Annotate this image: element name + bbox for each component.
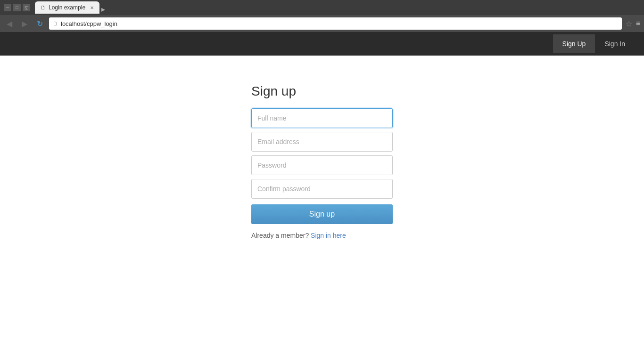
password-input[interactable] [251,155,393,175]
browser-titlebar: ─ □ ◱ 🗋 Login example ✕ ▸ [0,0,644,15]
browser-toolbar: ◀ ▶ ↻ 🗋 localhost/cppw_login ☆ ≡ [0,15,644,32]
email-input[interactable] [251,132,393,152]
address-url: localhost/cppw_login [61,20,117,27]
new-tab-button[interactable]: ▸ [101,5,105,14]
address-bar[interactable]: 🗋 localhost/cppw_login [49,17,622,30]
confirm-password-input[interactable] [251,179,393,199]
toolbar-right: ☆ ≡ [626,19,640,28]
already-member-label: Already a member? [251,232,309,239]
bookmark-button[interactable]: ☆ [626,19,632,28]
refresh-button[interactable]: ↻ [34,18,45,29]
window-controls: ─ □ ◱ [4,4,30,11]
back-button[interactable]: ◀ [4,18,15,29]
already-member-text: Already a member? Sign in here [251,232,393,239]
signup-button[interactable]: Sign up [251,204,393,224]
signin-nav-link[interactable]: Sign In [595,34,635,53]
signup-form: Sign up Sign up Already a member? Sign i… [251,84,393,239]
tab-page-icon: 🗋 [41,5,46,10]
forward-button[interactable]: ▶ [19,18,30,29]
window-resize-button[interactable]: ◱ [23,4,30,11]
active-tab[interactable]: 🗋 Login example ✕ [35,1,99,14]
app-navbar: Sign Up Sign In [0,32,644,56]
tab-label: Login example [49,4,85,11]
window-maximize-button[interactable]: □ [13,4,21,11]
signin-here-link[interactable]: Sign in here [311,232,346,239]
signup-nav-link[interactable]: Sign Up [553,34,595,53]
nav-links: Sign Up Sign In [553,34,635,53]
tab-bar: 🗋 Login example ✕ ▸ [33,1,105,14]
menu-button[interactable]: ≡ [636,19,640,28]
address-page-icon: 🗋 [53,21,58,26]
form-title: Sign up [251,84,393,99]
main-content: Sign up Sign up Already a member? Sign i… [0,56,644,239]
window-minimize-button[interactable]: ─ [4,4,11,11]
tab-close-icon[interactable]: ✕ [90,5,94,10]
fullname-input[interactable] [251,108,393,128]
